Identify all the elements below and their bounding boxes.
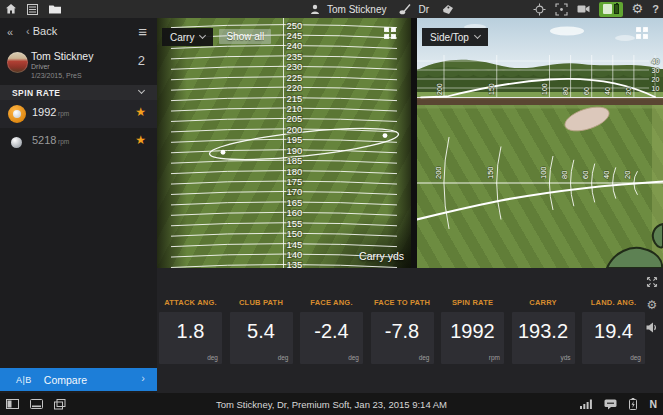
- tile-attack-angle[interactable]: ATTACK ANG. 1.8deg: [159, 298, 222, 364]
- player-name: Tom Stickney: [31, 50, 93, 62]
- back-button[interactable]: ‹Back: [26, 25, 57, 37]
- device-status-indicator[interactable]: [599, 2, 623, 17]
- active-player-name[interactable]: Tom Stickney: [327, 4, 386, 15]
- svg-text:80: 80: [560, 171, 569, 179]
- favorite-star-icon[interactable]: ★: [135, 105, 146, 119]
- sort-section-header[interactable]: SPIN RATE: [0, 85, 157, 100]
- svg-text:60: 60: [583, 87, 590, 95]
- device-battery-icon: [614, 4, 619, 14]
- tile-club-path[interactable]: CLUB PATH 5.4deg: [230, 298, 293, 364]
- svg-text:175: 175: [287, 176, 303, 187]
- help-icon[interactable]: ?: [652, 3, 659, 15]
- carry-dispersion-chart: 2502452402352302252202152102052001951901…: [157, 18, 411, 268]
- tile-face-angle[interactable]: FACE ANG. -2.4deg: [300, 298, 363, 364]
- top-bar: Tom Stickney Dr ⚙ ?: [0, 0, 663, 18]
- carry-dispersion-canvas: 2502452402352302252202152102052001951901…: [157, 18, 411, 268]
- svg-text:245: 245: [287, 30, 303, 41]
- show-all-button[interactable]: Show all: [219, 29, 271, 44]
- folder-icon[interactable]: [48, 3, 62, 15]
- tag-icon[interactable]: [442, 4, 454, 15]
- shot-value: 5218: [32, 134, 56, 146]
- shot-sidebar: « ‹Back ≡ Tom Stickney Driver 1/23/2015,…: [0, 18, 157, 393]
- svg-text:230: 230: [287, 61, 303, 72]
- expand-panel-icon[interactable]: [646, 276, 658, 288]
- view-dropdown-value: Side/Top: [430, 32, 469, 43]
- svg-text:40: 40: [604, 87, 611, 95]
- svg-text:240: 240: [287, 40, 303, 51]
- feedback-bubble-icon[interactable]: [604, 399, 617, 410]
- svg-text:185: 185: [287, 155, 303, 166]
- svg-text:30: 30: [652, 67, 660, 74]
- sort-section-label: SPIN RATE: [12, 88, 60, 98]
- tile-spin-rate[interactable]: SPIN RATE 1992rpm: [441, 298, 504, 364]
- panel-settings-gear-icon[interactable]: ⚙: [647, 299, 658, 311]
- svg-text:190: 190: [287, 145, 303, 156]
- svg-text:215: 215: [287, 93, 303, 104]
- avatar: [7, 52, 28, 73]
- view-dropdown[interactable]: Side/Top: [422, 28, 488, 46]
- video-camera-icon[interactable]: [577, 4, 590, 14]
- shot-count: 2: [138, 53, 145, 68]
- news-icon[interactable]: N: [649, 398, 657, 410]
- svg-text:20: 20: [625, 87, 632, 95]
- back-label: Back: [33, 25, 57, 37]
- trajectory-chart: 4030201020015010080604020200150100806040…: [417, 18, 663, 268]
- session-date: 1/23/2015, PreS: [31, 72, 82, 79]
- tile-face-to-path[interactable]: FACE TO PATH -7.8deg: [371, 298, 434, 364]
- svg-text:205: 205: [287, 113, 303, 124]
- svg-text:40: 40: [602, 171, 611, 179]
- favorite-star-icon[interactable]: ★: [135, 133, 146, 147]
- sidebar-menu-icon[interactable]: ≡: [138, 23, 147, 40]
- data-tiles: ATTACK ANG. 1.8deg CLUB PATH 5.4deg FACE…: [159, 298, 645, 364]
- chevron-down-icon: [138, 87, 145, 94]
- svg-text:170: 170: [287, 186, 303, 197]
- focus-frame-icon[interactable]: [555, 3, 568, 16]
- shot-unit: rpm: [58, 138, 69, 145]
- home-icon[interactable]: [5, 3, 17, 15]
- compare-label: Compare: [44, 374, 87, 386]
- svg-text:145: 145: [287, 239, 303, 250]
- svg-text:150: 150: [488, 83, 495, 95]
- session-list-icon[interactable]: [27, 4, 38, 15]
- svg-text:140: 140: [287, 249, 303, 260]
- tracking-target-icon[interactable]: [533, 3, 546, 16]
- svg-text:225: 225: [287, 72, 303, 83]
- shot-row-selected[interactable]: 1992 rpm ★: [0, 100, 157, 128]
- svg-text:180: 180: [287, 166, 303, 177]
- shot-value: 1992: [32, 106, 56, 118]
- svg-text:100: 100: [541, 83, 548, 95]
- svg-text:160: 160: [287, 207, 303, 218]
- tile-carry[interactable]: CARRY 193.2yds: [512, 298, 575, 364]
- shot-row[interactable]: 5218 rpm ★: [0, 128, 157, 156]
- back-chevron-icon: ‹: [26, 25, 30, 37]
- speaker-icon[interactable]: [646, 322, 659, 333]
- player-card[interactable]: Tom Stickney Driver 1/23/2015, PreS 2: [0, 50, 157, 86]
- shot-unit: rpm: [58, 110, 69, 117]
- compare-chevron-icon: ›: [141, 372, 145, 384]
- svg-text:150: 150: [486, 166, 495, 179]
- svg-text:20: 20: [652, 76, 660, 83]
- svg-text:155: 155: [287, 218, 303, 229]
- svg-text:220: 220: [287, 82, 303, 93]
- metric-dropdown[interactable]: Carry: [162, 28, 213, 46]
- chevron-down-icon: [199, 32, 206, 39]
- ab-compare-button[interactable]: A|B Compare ›: [0, 368, 157, 391]
- battery-charging-icon[interactable]: [629, 398, 637, 410]
- tile-landing-angle[interactable]: LAND. ANG. 19.4deg: [582, 298, 645, 364]
- collapse-sidebar-icon[interactable]: «: [7, 26, 13, 38]
- shot-data-panel: ATTACK ANG. 1.8deg CLUB PATH 5.4deg FACE…: [157, 268, 663, 393]
- svg-text:40: 40: [652, 58, 660, 65]
- settings-gear-icon[interactable]: ⚙: [632, 3, 644, 15]
- signal-strength-icon[interactable]: [580, 399, 592, 409]
- svg-text:10: 10: [652, 85, 660, 92]
- club-icon: [399, 4, 411, 15]
- svg-text:100: 100: [539, 166, 548, 179]
- sidebar-header: « ‹Back ≡: [0, 18, 157, 48]
- svg-text:200: 200: [434, 166, 443, 179]
- bottom-status-bar: Tom Stickney, Dr, Premium Soft, Jan 23, …: [0, 393, 663, 415]
- svg-text:20: 20: [623, 171, 632, 179]
- svg-text:165: 165: [287, 197, 303, 208]
- svg-text:250: 250: [287, 20, 303, 31]
- svg-text:135: 135: [287, 259, 303, 268]
- active-club-abbr[interactable]: Dr: [418, 4, 429, 15]
